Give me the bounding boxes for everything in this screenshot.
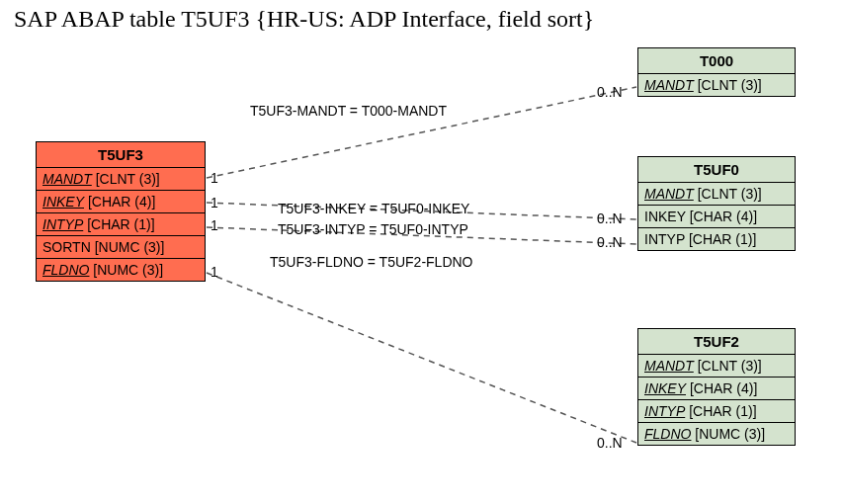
- cardinality-left: 1: [211, 195, 218, 210]
- cardinality-left: 1: [211, 170, 218, 186]
- cardinality-left: 1: [211, 264, 218, 280]
- table-row: INTYP [CHAR (1)]: [37, 213, 205, 236]
- table-row: FLDNO [NUMC (3)]: [37, 259, 205, 281]
- table-row: MANDT [CLNT (3)]: [638, 183, 795, 206]
- table-row: INKEY [CHAR (4)]: [37, 191, 205, 213]
- relation-label: T5UF3-FLDNO = T5UF2-FLDNO: [270, 254, 473, 270]
- page-title: SAP ABAP table T5UF3 {HR-US: ADP Interfa…: [14, 6, 594, 33]
- table-row: INTYP [CHAR (1)]: [638, 400, 795, 423]
- svg-line-2: [207, 227, 636, 244]
- svg-line-0: [207, 87, 636, 178]
- table-header: T5UF0: [638, 157, 795, 183]
- table-row: MANDT [CLNT (3)]: [37, 168, 205, 191]
- table-t5uf3: T5UF3 MANDT [CLNT (3)] INKEY [CHAR (4)] …: [36, 141, 206, 282]
- cardinality-right: 0..N: [597, 210, 623, 226]
- table-header: T000: [638, 48, 795, 74]
- cardinality-right: 0..N: [597, 435, 623, 451]
- relation-label: T5UF3-INTYP = T5UF0-INTYP: [278, 221, 468, 237]
- table-t5uf0: T5UF0 MANDT [CLNT (3)] INKEY [CHAR (4)] …: [637, 156, 796, 251]
- table-row: SORTN [NUMC (3)]: [37, 236, 205, 259]
- table-row: INTYP [CHAR (1)]: [638, 228, 795, 250]
- table-t000: T000 MANDT [CLNT (3)]: [637, 47, 796, 97]
- table-t5uf2: T5UF2 MANDT [CLNT (3)] INKEY [CHAR (4)] …: [637, 328, 796, 446]
- svg-line-1: [207, 203, 636, 219]
- table-row: INKEY [CHAR (4)]: [638, 206, 795, 228]
- table-row: MANDT [CLNT (3)]: [638, 355, 795, 378]
- cardinality-left: 1: [211, 217, 218, 233]
- table-header: T5UF2: [638, 329, 795, 355]
- table-header: T5UF3: [37, 142, 205, 168]
- table-row: FLDNO [NUMC (3)]: [638, 423, 795, 445]
- relation-label: T5UF3-INKEY = T5UF0-INKEY: [278, 201, 469, 216]
- svg-line-3: [207, 273, 636, 443]
- table-row: MANDT [CLNT (3)]: [638, 74, 795, 96]
- cardinality-right: 0..N: [597, 84, 623, 100]
- relation-label: T5UF3-MANDT = T000-MANDT: [250, 103, 447, 119]
- table-row: INKEY [CHAR (4)]: [638, 378, 795, 400]
- cardinality-right: 0..N: [597, 234, 623, 250]
